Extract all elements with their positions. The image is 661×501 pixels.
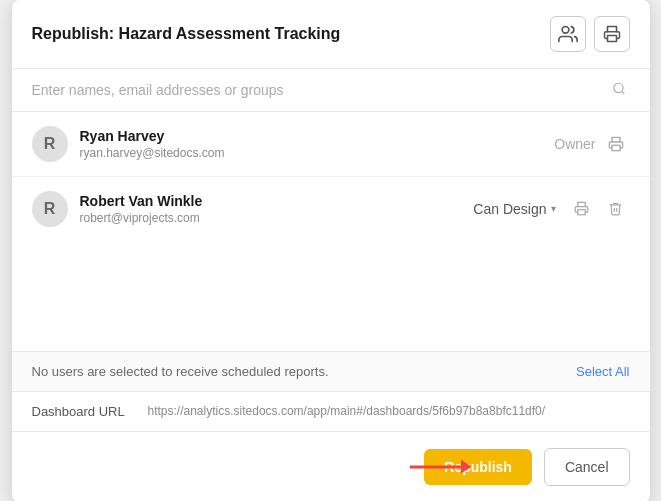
chevron-down-icon: ▾ [551,203,556,214]
modal-title: Republish: Hazard Assessment Tracking [32,25,341,43]
printer-icon [603,25,621,43]
user-email: robert@viprojects.com [80,211,456,225]
modal-header: Republish: Hazard Assessment Tracking [12,0,650,69]
search-input[interactable] [32,82,630,98]
svg-rect-5 [578,210,586,215]
modal-footer: Republish Cancel [12,432,650,502]
no-users-text: No users are selected to receive schedul… [32,364,329,379]
search-container [12,69,650,112]
users-icon-btn[interactable] [550,16,586,52]
svg-line-3 [621,91,624,94]
svg-rect-1 [607,35,616,41]
user-print-icon[interactable] [568,195,596,223]
user-name: Ryan Harvey [80,128,543,144]
user-settings-icon[interactable] [602,130,630,158]
user-role: Owner [554,130,629,158]
users-list: R Ryan Harvey ryan.harvey@sitedocs.com O… [12,112,650,352]
republish-modal: Republish: Hazard Assessment Tracking [11,0,651,501]
svg-point-0 [562,26,569,33]
dashboard-url-value: https://analytics.sitedocs.com/app/main#… [148,404,546,418]
svg-rect-4 [612,145,620,150]
dashboard-url-label: Dashboard URL [32,404,132,419]
avatar: R [32,126,68,162]
arrow-line [410,465,470,468]
header-icons [550,16,630,52]
user-role: Can Design ▾ [467,195,629,223]
owner-label: Owner [554,136,595,152]
table-row: R Robert Van Winkle robert@viprojects.co… [12,177,650,241]
print-icon-btn[interactable] [594,16,630,52]
table-row: R Ryan Harvey ryan.harvey@sitedocs.com O… [12,112,650,177]
svg-point-2 [613,83,622,92]
cancel-button[interactable]: Cancel [544,448,630,486]
role-label: Can Design [473,201,546,217]
avatar: R [32,191,68,227]
user-info: Ryan Harvey ryan.harvey@sitedocs.com [80,128,543,160]
select-all-link[interactable]: Select All [576,364,629,379]
search-icon [612,81,626,98]
user-info: Robert Van Winkle robert@viprojects.com [80,193,456,225]
user-email: ryan.harvey@sitedocs.com [80,146,543,160]
user-name: Robert Van Winkle [80,193,456,209]
arrow-indicator [410,465,470,468]
dashboard-url-row: Dashboard URL https://analytics.sitedocs… [12,392,650,432]
role-dropdown[interactable]: Can Design ▾ [467,197,561,221]
footer-bar: No users are selected to receive schedul… [12,352,650,392]
delete-user-icon[interactable] [602,195,630,223]
users-icon [558,24,578,44]
